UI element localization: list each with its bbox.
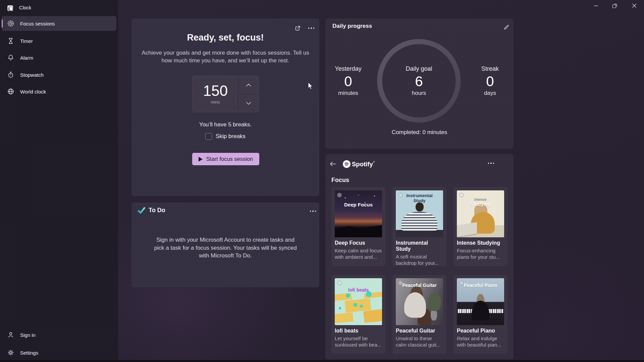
playlist-description: Let yourself be sunkissed with bea... — [335, 335, 382, 348]
spotify-card: Spotify® Focus Deep Focus Deep Focus Kee… — [325, 154, 514, 359]
spotify-section-title: Focus — [331, 177, 349, 184]
sidebar: Clock Focus sessions Timer — [0, 0, 118, 362]
playlist-cover: Peaceful Guitar — [396, 278, 443, 325]
globe-icon — [7, 88, 14, 95]
todo-card-title: To Do — [149, 207, 165, 214]
focus-card-more-button[interactable] — [306, 23, 316, 33]
playlist-tile-peaceful-piano[interactable]: Peaceful Piano Peaceful Piano Relax and … — [453, 275, 507, 354]
playlist-title: Peaceful Guitar — [396, 328, 443, 334]
restore-button[interactable] — [607, 0, 622, 11]
registered-mark: ® — [373, 161, 375, 164]
cover-title-text: Instrumental Study — [396, 193, 443, 203]
focus-setup-card: Ready, set, focus! Achieve your goals an… — [131, 18, 319, 196]
back-button[interactable] — [327, 158, 339, 170]
playlist-grid: Deep Focus Deep Focus Keep calm and focu… — [331, 187, 507, 354]
close-button[interactable] — [627, 0, 642, 11]
popout-button[interactable] — [292, 23, 303, 33]
chevron-down-icon — [246, 102, 251, 105]
playlist-description: A soft musical backdrop for your... — [396, 253, 443, 266]
back-arrow-icon — [330, 161, 336, 167]
sidebar-item-timer[interactable]: Timer — [2, 34, 116, 48]
selected-accent-bar — [2, 19, 3, 27]
sidebar-item-label: Focus sessions — [20, 21, 55, 26]
sidebar-item-label: Sign in — [20, 332, 36, 338]
minimize-button[interactable] — [588, 0, 604, 11]
todo-line-2: pick a task for a focus session. Your ta… — [131, 244, 319, 252]
todo-line-1: Sign in with your Microsoft Account to c… — [131, 236, 319, 244]
playlist-tile-peaceful-guitar[interactable]: Peaceful Guitar Peaceful Guitar Unwind t… — [392, 275, 446, 354]
playlist-tile-lofi-beats[interactable]: lofi beats lofi beats Let yourself be su… — [331, 275, 385, 354]
playlist-tile-instrumental-study[interactable]: Instrumental Study Instrumental Study A … — [392, 187, 446, 266]
cover-title-text: Peaceful Piano — [457, 283, 504, 288]
skip-breaks-row: Skip breaks — [131, 133, 319, 140]
playlist-tile-deep-focus[interactable]: Deep Focus Deep Focus Keep calm and focu… — [331, 187, 385, 266]
playlist-cover: Peaceful Piano — [457, 278, 504, 325]
cover-title-text: Peaceful Guitar — [396, 283, 443, 288]
stat-streak: Streak 0 days — [467, 65, 514, 97]
todo-signin-message: Sign in with your Microsoft Account to c… — [131, 236, 319, 260]
stat-unit: hours — [412, 90, 426, 97]
stopwatch-icon — [7, 71, 14, 78]
minutes-stepper: 150 mins — [192, 76, 259, 112]
edit-goal-button[interactable] — [501, 22, 512, 33]
sidebar-item-label: Timer — [20, 38, 33, 44]
spotify-badge-icon — [337, 281, 342, 285]
cover-text: Studying — [470, 201, 491, 207]
sidebar-item-settings[interactable]: Settings — [2, 345, 116, 360]
spotify-badge-icon — [459, 281, 464, 285]
skip-breaks-label: Skip breaks — [216, 133, 246, 140]
todo-more-button[interactable] — [308, 206, 318, 216]
gear-icon — [7, 349, 14, 356]
playlist-cover: Deep Focus — [335, 190, 382, 237]
skip-breaks-checkbox[interactable] — [205, 133, 212, 140]
sidebar-item-label: Settings — [20, 350, 38, 356]
sidebar-item-world-clock[interactable]: World clock — [2, 84, 116, 99]
sidebar-item-alarm[interactable]: Alarm — [2, 50, 116, 65]
titlebar: Clock — [0, 3, 118, 14]
playlist-title: lofi beats — [335, 328, 382, 334]
playlist-description: Keep calm and focus with ambient and... — [335, 247, 382, 260]
sidebar-item-label: World clock — [20, 89, 46, 95]
focus-card-title: Ready, set, focus! — [131, 33, 319, 43]
playlist-tile-intense-studying[interactable]: IntenseStudying Intense Studying Focus-e… — [453, 187, 507, 266]
cover-text: Peaceful Piano — [464, 283, 497, 288]
breaks-info-text: You’ll have 5 breaks. — [131, 121, 319, 128]
decrease-minutes-button[interactable] — [238, 94, 259, 112]
popout-icon — [294, 25, 301, 32]
stat-label: Daily goal — [406, 65, 432, 72]
more-options-icon — [310, 210, 316, 212]
minimize-icon — [594, 3, 598, 8]
minutes-display[interactable]: 150 mins — [193, 76, 238, 112]
timer-icon — [7, 37, 14, 45]
stat-daily-goal: Daily goal 6 hours — [395, 65, 442, 97]
start-button-label: Start focus session — [206, 156, 253, 162]
stat-value: 0 — [486, 74, 494, 89]
playlist-cover: IntenseStudying — [457, 190, 504, 237]
start-focus-session-button[interactable]: Start focus session — [192, 153, 259, 165]
sidebar-item-focus-sessions[interactable]: Focus sessions — [2, 16, 116, 31]
cover-text: lofi beats — [348, 287, 369, 293]
playlist-title: Peaceful Piano — [457, 328, 504, 334]
play-icon — [199, 157, 203, 162]
stat-label: Yesterday — [335, 65, 361, 72]
playlist-description: Relax and indulge with beautiful pian... — [457, 335, 504, 348]
clock-app-icon — [7, 5, 13, 11]
spotify-more-button[interactable] — [486, 159, 496, 168]
person-icon — [7, 331, 14, 339]
increase-minutes-button[interactable] — [238, 76, 259, 94]
daily-progress-card: Daily progress Yesterday 0 minutes Daily… — [325, 18, 514, 149]
playlist-cover: lofi beats — [335, 278, 382, 325]
stat-value: 0 — [344, 74, 352, 89]
restore-icon — [612, 3, 617, 8]
app-title: Clock — [19, 5, 31, 10]
stepper-buttons — [238, 76, 259, 112]
subtitle-line-2: how much time you have, and we’ll set up… — [131, 57, 319, 64]
window-bottom-edge — [0, 360, 644, 362]
playlist-description: Focus-enhancing piano for your stu... — [457, 247, 504, 260]
sidebar-item-sign-in[interactable]: Sign in — [2, 327, 116, 342]
sidebar-item-stopwatch[interactable]: Stopwatch — [2, 67, 116, 82]
playlist-cover: Instrumental Study — [396, 190, 443, 237]
spotify-badge-icon — [398, 281, 403, 285]
alarm-bell-icon — [7, 54, 14, 61]
sidebar-item-label: Stopwatch — [20, 72, 44, 78]
